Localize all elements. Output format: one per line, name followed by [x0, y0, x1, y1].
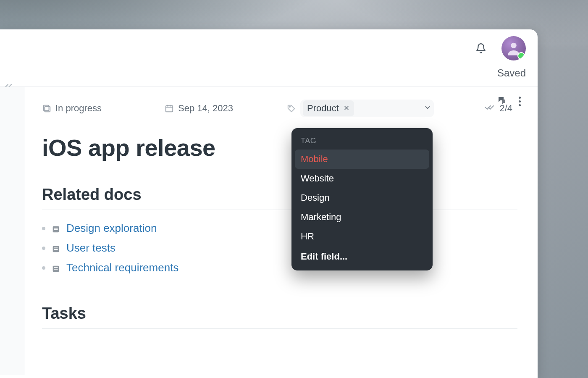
svg-rect-12 — [54, 229, 58, 230]
document-body: In progress Sep 14, 2023 Product — [0, 87, 538, 375]
svg-rect-15 — [54, 249, 58, 250]
document-panel: Saved In progress Sep 14, 2023 — [0, 29, 538, 378]
bullet-icon — [42, 227, 45, 230]
status-icon — [42, 104, 51, 113]
notifications-icon[interactable] — [475, 43, 486, 54]
save-status-row: Saved — [0, 67, 538, 87]
topbar — [0, 29, 538, 67]
save-status: Saved — [497, 67, 526, 79]
related-doc-link[interactable]: User tests — [66, 242, 116, 255]
list-item: Technical requirements — [42, 261, 528, 274]
bullet-icon — [42, 266, 45, 270]
tag-option-hr[interactable]: HR — [295, 227, 429, 246]
svg-rect-11 — [54, 228, 58, 228]
chevron-down-icon[interactable] — [424, 104, 431, 113]
tag-option-mobile[interactable]: Mobile — [295, 150, 429, 169]
svg-point-7 — [289, 106, 290, 108]
doc-actions — [497, 95, 521, 107]
page-title[interactable]: iOS app release — [42, 134, 528, 161]
more-menu-icon[interactable] — [519, 97, 521, 106]
related-docs-list: Design exploration User tests Technical … — [42, 222, 528, 274]
tag-input[interactable] — [357, 103, 420, 114]
tag-field-wrap: Product — [287, 100, 434, 117]
remove-tag-icon[interactable] — [343, 103, 350, 114]
tag-option-website[interactable]: Website — [295, 169, 429, 188]
tag-edit-field[interactable]: Edit field... — [295, 246, 429, 265]
list-item: User tests — [42, 242, 528, 255]
tag-icon — [287, 104, 296, 113]
tag-field[interactable]: Product — [300, 100, 434, 117]
calendar-icon — [165, 104, 174, 113]
svg-rect-17 — [54, 267, 58, 268]
tag-option-marketing[interactable]: Marketing — [295, 207, 429, 227]
left-gutter — [0, 87, 25, 375]
tag-option-design[interactable]: Design — [295, 188, 429, 207]
related-doc-link[interactable]: Technical requirements — [66, 261, 178, 274]
doc-icon — [51, 224, 60, 233]
checklist-icon — [484, 102, 494, 115]
tag-dropdown-header: TAG — [295, 133, 429, 150]
date-text: Sep 14, 2023 — [178, 103, 233, 114]
svg-rect-3 — [166, 106, 173, 112]
meta-row: In progress Sep 14, 2023 Product — [42, 97, 521, 120]
avatar[interactable] — [501, 36, 526, 60]
list-item: Design exploration — [42, 222, 528, 235]
date-field[interactable]: Sep 14, 2023 — [165, 103, 233, 114]
svg-point-0 — [511, 43, 516, 48]
doc-icon — [51, 263, 60, 273]
svg-rect-18 — [54, 269, 58, 270]
status-text: In progress — [55, 103, 102, 114]
status-field[interactable]: In progress — [42, 103, 102, 114]
tag-dropdown: TAG Mobile Website Design Marketing HR E… — [291, 128, 433, 270]
comments-icon[interactable] — [497, 95, 507, 107]
tag-chip-label: Product — [307, 103, 339, 114]
related-docs-heading: Related docs — [42, 186, 517, 210]
svg-rect-14 — [54, 247, 58, 248]
bullet-icon — [42, 247, 45, 250]
related-doc-link[interactable]: Design exploration — [66, 222, 157, 235]
tag-chip[interactable]: Product — [303, 100, 354, 116]
doc-icon — [51, 244, 60, 253]
tasks-heading: Tasks — [42, 304, 517, 329]
